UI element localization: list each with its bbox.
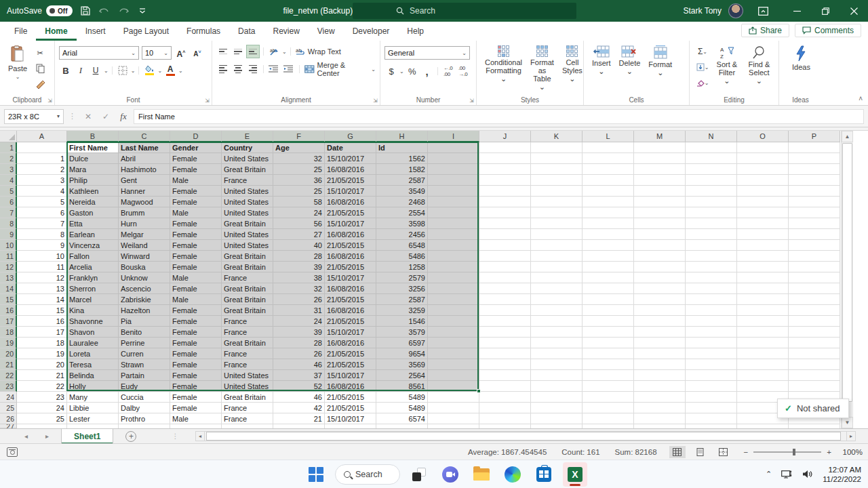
cell-E22[interactable]: United States [222,370,273,381]
cell-L17[interactable] [583,316,634,327]
scroll-down-icon[interactable]: ▼ [842,417,853,428]
cell-F26[interactable]: 21 [273,413,325,424]
cell-N1[interactable] [686,142,737,153]
user-name[interactable]: Stark Tony [684,6,722,16]
close-button[interactable] [840,0,868,22]
cell-H18[interactable]: 3579 [376,327,428,338]
cell-G3[interactable]: 16/08/2016 [325,164,376,175]
cell-O7[interactable] [737,207,789,218]
cell-P1[interactable] [789,142,840,153]
decrease-decimal-icon[interactable]: .00→.0 [456,64,470,78]
cell-L26[interactable] [583,413,634,424]
tray-chevron-icon[interactable]: ⌃ [766,470,772,479]
cell-M11[interactable] [634,251,686,262]
cell-B18[interactable]: Shavon [67,327,119,338]
cell-N5[interactable] [686,186,737,197]
cell-H7[interactable]: 2554 [376,207,428,218]
cell-K26[interactable] [531,413,583,424]
cell-C19[interactable]: Perrine [119,338,170,348]
cell-C3[interactable]: Hashimoto [119,164,170,175]
cell-G11[interactable]: 16/08/2016 [325,251,376,262]
task-view-button[interactable] [407,462,431,487]
cell-N6[interactable] [686,197,737,207]
paste-button[interactable]: Paste ⌄ [4,43,31,82]
page-break-view-icon[interactable] [715,446,732,458]
cell-O11[interactable] [737,251,789,262]
cell-K15[interactable] [531,294,583,305]
cell-C8[interactable]: Hurn [119,218,170,229]
cell-I14[interactable] [428,283,479,294]
cell-I21[interactable] [428,359,479,370]
cell-F10[interactable]: 40 [273,240,325,251]
cell-K6[interactable] [531,197,583,207]
cell-G18[interactable]: 15/10/2017 [325,327,376,338]
comma-style-icon[interactable]: , [420,64,434,78]
new-sheet-icon[interactable]: + [125,431,136,442]
autosum-icon[interactable]: Σ ⌄ [695,45,710,58]
cell-F6[interactable]: 58 [273,197,325,207]
cell-F12[interactable]: 39 [273,262,325,272]
orientation-dropdown-icon[interactable]: ⌄ [282,49,287,55]
cell-C2[interactable]: Abril [119,153,170,164]
name-box[interactable]: 23R x 8C ▾ [4,109,64,124]
cell-I5[interactable] [428,186,479,197]
cell-M4[interactable] [634,175,686,186]
row-header-25[interactable]: 25 [0,403,17,413]
column-header-g[interactable]: G [325,131,376,142]
fill-color-dropdown-icon[interactable]: ⌄ [157,68,162,74]
cell-E19[interactable]: Great Britain [222,338,273,348]
cell-O16[interactable] [737,305,789,316]
sheet-nav-left-icon[interactable]: ◂ [24,432,28,440]
cell-F13[interactable]: 38 [273,272,325,283]
cell-D15[interactable]: Male [170,294,222,305]
cell-N2[interactable] [686,153,737,164]
cell-B3[interactable]: Mara [67,164,119,175]
row-header-24[interactable]: 24 [0,392,17,403]
cell-G2[interactable]: 15/10/2017 [325,153,376,164]
cell-B4[interactable]: Philip [67,175,119,186]
cell-H19[interactable]: 6597 [376,338,428,348]
sheet-nav-right-icon[interactable]: ▸ [45,432,49,440]
top-align-icon[interactable] [216,45,230,58]
cell-F20[interactable]: 26 [273,348,325,359]
cell-D14[interactable]: Female [170,283,222,294]
cell-L6[interactable] [583,197,634,207]
cell-G9[interactable]: 16/08/2016 [325,229,376,240]
cell-E1[interactable]: Country [222,142,273,153]
cell-D1[interactable]: Gender [170,142,222,153]
cell-I17[interactable] [428,316,479,327]
row-header-12[interactable]: 12 [0,262,17,272]
font-size-combobox[interactable]: 10⌄ [142,46,172,60]
cell-F23[interactable]: 52 [273,381,325,392]
cell-A5[interactable]: 4 [17,186,67,197]
cell-H25[interactable]: 5489 [376,403,428,413]
align-center-icon[interactable] [231,62,245,76]
copy-icon[interactable] [33,62,47,75]
increase-font-size-icon[interactable]: A˄ [174,46,188,60]
cell-A1[interactable] [17,142,67,153]
cell-D17[interactable]: Female [170,316,222,327]
cell-styles-button[interactable]: CellStyles ⌄ [558,43,587,85]
cell-E23[interactable]: United States [222,381,273,392]
cell-I12[interactable] [428,262,479,272]
cell-K25[interactable] [531,403,583,413]
cell-F25[interactable]: 42 [273,403,325,413]
cell-K16[interactable] [531,305,583,316]
cell-G22[interactable]: 15/10/2017 [325,370,376,381]
cell-G17[interactable]: 21/05/2015 [325,316,376,327]
cell-F21[interactable]: 46 [273,359,325,370]
cell-F5[interactable]: 25 [273,186,325,197]
cell-C10[interactable]: Weiland [119,240,170,251]
collapse-ribbon-icon[interactable]: ˄ [859,95,863,102]
cell-M5[interactable] [634,186,686,197]
cell-O10[interactable] [737,240,789,251]
cell-P6[interactable] [789,197,840,207]
cell-D18[interactable]: Female [170,327,222,338]
cell-N25[interactable] [686,403,737,413]
formula-input[interactable]: First Name [134,109,864,124]
horizontal-scrollbar[interactable]: ◂ ▸ [195,431,856,441]
cell-L5[interactable] [583,186,634,197]
cell-K20[interactable] [531,348,583,359]
cell-B6[interactable]: Nereida [67,197,119,207]
cell-H9[interactable]: 2456 [376,229,428,240]
